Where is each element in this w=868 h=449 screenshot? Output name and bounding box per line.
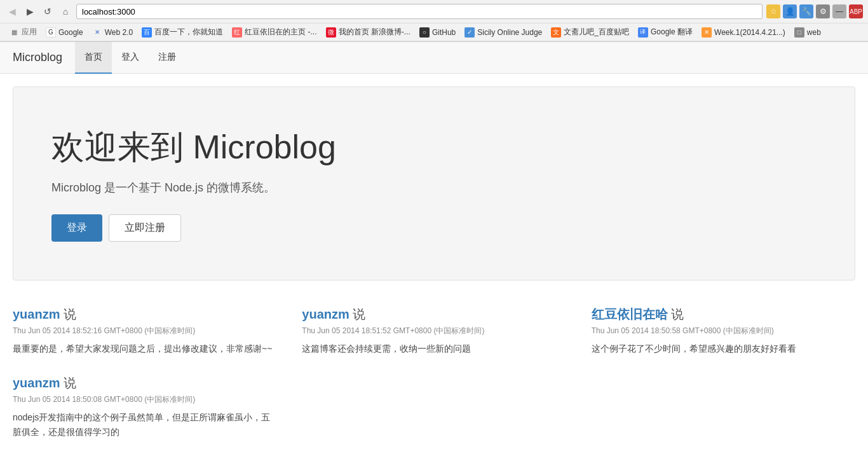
- post-author-said: 说: [671, 307, 684, 321]
- weibo-icon: 微: [326, 27, 336, 38]
- post-item: yuanzm 说 Thu Jun 05 2014 18:50:08 GMT+08…: [13, 375, 276, 439]
- bookmark-google[interactable]: G Google: [42, 26, 87, 39]
- home-button[interactable]: ⌂: [58, 4, 72, 18]
- bookmark-weibo-label: 我的首页 新浪微博-...: [339, 27, 410, 38]
- post-author-name[interactable]: yuanzm: [13, 376, 60, 390]
- sicily-icon: ✓: [465, 27, 475, 38]
- post-author-name[interactable]: 红豆依旧在哈: [592, 307, 668, 321]
- navbar-links: 首页 登入 注册: [75, 42, 186, 74]
- post-author-said: 说: [64, 307, 76, 321]
- hero-buttons: 登录 立即注册: [51, 214, 817, 242]
- post-author-said: 说: [64, 376, 76, 390]
- post-content: 最重要的是，希望大家发现问题之后，提出修改建议，非常感谢~~: [13, 342, 276, 356]
- bookmark-baidu[interactable]: 百 百度一下，你就知道: [138, 25, 227, 39]
- browser-action-icons: ☆ 👤 🔧 ⚙ — ABP: [766, 4, 863, 18]
- post-author-said: 说: [353, 307, 365, 321]
- bookmark-sicily-label: Sicily Online Judge: [477, 28, 542, 37]
- address-bar[interactable]: [76, 4, 763, 19]
- bookmark-hongdou-label: 红豆依旧在的主页 -...: [245, 27, 316, 38]
- bookmark-apps-label: 应用: [22, 27, 37, 38]
- bookmark-week-label: Week.1(2014.4.21...): [714, 28, 785, 37]
- google-translate-icon: 译: [638, 27, 648, 38]
- bookmark-github[interactable]: ○ GitHub: [416, 26, 459, 39]
- bookmark-web20-label: Web 2.0: [105, 28, 133, 37]
- hero-title: 欢迎来到 Microblog: [51, 125, 817, 170]
- navbar-link-home[interactable]: 首页: [75, 42, 112, 74]
- apps-icon: ▦: [9, 27, 19, 38]
- bookmark-web20[interactable]: ✕ Web 2.0: [88, 26, 137, 39]
- bookmark-google-translate[interactable]: 译 Google 翻译: [634, 25, 696, 39]
- bookmark-weibo[interactable]: 微 我的首页 新浪微博-...: [322, 25, 414, 39]
- post-time: Thu Jun 05 2014 18:50:08 GMT+0800 (中国标准时…: [13, 394, 276, 405]
- navbar-link-login[interactable]: 登入: [112, 42, 149, 74]
- browser-chrome: ◀ ▶ ↺ ⌂ ☆ 👤 🔧 ⚙ — ABP ▦ 应用 G Google ✕ We…: [0, 0, 868, 42]
- bookmark-star-icon[interactable]: ☆: [766, 4, 780, 18]
- bookmark-wenzhang[interactable]: 文 文斋儿吧_百度贴吧: [547, 25, 633, 39]
- register-button[interactable]: 立即注册: [109, 214, 181, 242]
- wenzhang-icon: 文: [551, 27, 561, 38]
- navbar-link-register[interactable]: 注册: [149, 42, 186, 74]
- post-author: 红豆依旧在哈 说: [592, 306, 855, 323]
- bookmarks-bar: ▦ 应用 G Google ✕ Web 2.0 百 百度一下，你就知道 红 红豆…: [0, 24, 868, 41]
- settings-icon[interactable]: ⚙: [816, 4, 830, 18]
- post-author: yuanzm 说: [13, 306, 276, 323]
- week-icon: ✕: [702, 27, 712, 38]
- browser-toolbar: ◀ ▶ ↺ ⌂ ☆ 👤 🔧 ⚙ — ABP: [0, 0, 868, 24]
- post-content: nodejs开发指南中的这个例子虽然简单，但是正所谓麻雀虽小，五脏俱全，还是很值…: [13, 410, 276, 439]
- abp-icon[interactable]: ABP: [849, 4, 863, 18]
- login-button[interactable]: 登录: [51, 214, 102, 242]
- post-time: Thu Jun 05 2014 18:52:16 GMT+0800 (中国标准时…: [13, 326, 276, 336]
- github-icon: ○: [419, 27, 430, 38]
- post-author: yuanzm 说: [13, 375, 276, 392]
- user-icon[interactable]: 👤: [783, 4, 797, 18]
- bookmark-github-label: GitHub: [432, 28, 456, 37]
- post-time: Thu Jun 05 2014 18:51:52 GMT+0800 (中国标准时…: [302, 326, 566, 336]
- bookmark-google-translate-label: Google 翻译: [651, 27, 693, 38]
- bookmark-web[interactable]: □ web: [790, 26, 825, 39]
- bookmark-hongdou[interactable]: 红 红豆依旧在的主页 -...: [228, 25, 320, 39]
- post-content: 这个例子花了不少时间，希望感兴趣的朋友好好看看: [592, 342, 855, 356]
- post-author-name[interactable]: yuanzm: [302, 307, 349, 321]
- post-author-name[interactable]: yuanzm: [13, 307, 60, 321]
- post-item: 红豆依旧在哈 说 Thu Jun 05 2014 18:50:58 GMT+08…: [592, 306, 855, 356]
- back-button[interactable]: ◀: [5, 4, 19, 18]
- app-navbar: Microblog 首页 登入 注册: [0, 42, 868, 74]
- bookmark-google-label: Google: [58, 28, 83, 37]
- forward-button[interactable]: ▶: [23, 4, 37, 18]
- web-icon: □: [794, 27, 804, 38]
- reload-button[interactable]: ↺: [41, 4, 55, 18]
- post-content: 这篇博客还会持续更需，收纳一些新的问题: [302, 342, 566, 356]
- minimize-icon[interactable]: —: [832, 4, 846, 18]
- extensions-icon[interactable]: 🔧: [799, 4, 813, 18]
- post-time: Thu Jun 05 2014 18:50:58 GMT+0800 (中国标准时…: [592, 326, 855, 336]
- post-author: yuanzm 说: [302, 306, 566, 323]
- hero-section: 欢迎来到 Microblog Microblog 是一个基于 Node.js 的…: [13, 86, 855, 280]
- post-item: yuanzm 说 Thu Jun 05 2014 18:51:52 GMT+08…: [302, 306, 566, 356]
- bookmark-wenzhang-label: 文斋儿吧_百度贴吧: [564, 27, 629, 38]
- hongdou-icon: 红: [232, 27, 242, 38]
- post-item: yuanzm 说 Thu Jun 05 2014 18:52:16 GMT+08…: [13, 306, 276, 356]
- navbar-brand: Microblog: [13, 51, 62, 64]
- web20-icon: ✕: [92, 27, 102, 38]
- posts-section: yuanzm 说 Thu Jun 05 2014 18:52:16 GMT+08…: [0, 293, 868, 449]
- hero-subtitle: Microblog 是一个基于 Node.js 的微博系统。: [51, 180, 817, 195]
- baidu-icon: 百: [142, 27, 152, 38]
- bookmark-web-label: web: [807, 28, 821, 37]
- bookmark-apps[interactable]: ▦ 应用: [5, 25, 41, 39]
- bookmark-week[interactable]: ✕ Week.1(2014.4.21...): [698, 26, 789, 39]
- bookmark-baidu-label: 百度一下，你就知道: [154, 27, 223, 38]
- google-icon: G: [46, 27, 56, 38]
- bookmark-sicily[interactable]: ✓ Sicily Online Judge: [461, 26, 546, 39]
